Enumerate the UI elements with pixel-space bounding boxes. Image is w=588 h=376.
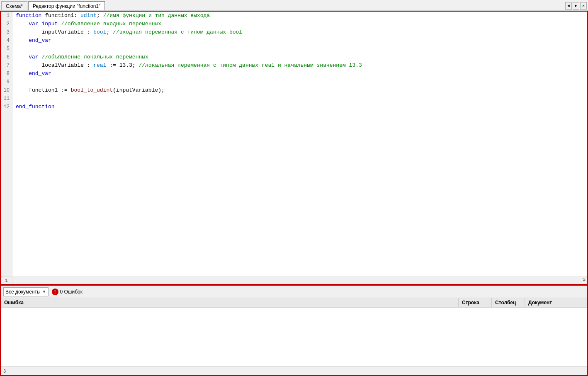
line-number: 10 <box>3 86 10 95</box>
line-number: 8 <box>3 70 10 78</box>
tab-close-btn[interactable]: ✕ <box>580 2 587 10</box>
line-number: 3 <box>3 28 10 36</box>
col-header-doc: Документ <box>525 298 587 307</box>
main-content: 123456789101112 function function1: udin… <box>0 11 588 285</box>
line-number: 5 <box>3 45 10 53</box>
errors-toolbar: Все документы ▼ ! 0 Ошибок <box>1 286 587 298</box>
line-number: 9 <box>3 78 10 86</box>
error-count-badge: ! 0 Ошибок <box>52 289 83 295</box>
code-line <box>16 95 584 103</box>
line-number: 11 <box>3 95 10 103</box>
dropdown-label: Все документы <box>5 289 41 295</box>
error-count-label: 0 Ошибок <box>60 289 83 295</box>
code-line: end_var <box>16 70 584 78</box>
line-number: 6 <box>3 53 10 61</box>
line-number: 7 <box>3 61 10 70</box>
line-number: 12 <box>3 103 10 111</box>
code-line <box>16 45 584 53</box>
code-line: inputVariable : bool; //входная переменн… <box>16 28 584 36</box>
col-line-label: Строка <box>462 300 479 306</box>
document-filter-dropdown[interactable]: Все документы ▼ <box>3 287 49 296</box>
error-table-body[interactable] <box>1 308 587 366</box>
editor-scrollbar-row: 1 2 <box>1 277 587 284</box>
editor-area[interactable]: 123456789101112 function function1: udin… <box>1 12 587 277</box>
code-line: end_function <box>16 103 584 111</box>
col-header-error: Ошибка <box>1 298 459 307</box>
code-line <box>16 78 584 86</box>
tab-schema[interactable]: Схема* <box>1 1 27 10</box>
status-bar-label: 3 <box>3 369 6 374</box>
col-error-label: Ошибка <box>4 300 24 306</box>
dropdown-arrow-icon: ▼ <box>42 289 46 294</box>
tab-nav-prev[interactable]: ◄ <box>565 2 572 10</box>
col-header-line: Строка <box>459 298 492 307</box>
code-line: function function1: udint; //имя функции… <box>16 12 584 20</box>
code-line: end_var <box>16 36 584 45</box>
code-line: var //объявление локальных переменных <box>16 53 584 61</box>
tab-nav-next[interactable]: ► <box>573 2 579 10</box>
col-doc-label: Документ <box>528 300 552 306</box>
code-container[interactable]: 123456789101112 function function1: udin… <box>1 12 587 277</box>
bottom-panel: Все документы ▼ ! 0 Ошибок Ошибка Строка… <box>0 285 588 376</box>
error-table-header: Ошибка Строка Столбец Документ <box>1 298 587 308</box>
tab-bar: Схема* Редактор функции "function1" ◄ ► … <box>0 0 588 11</box>
error-icon: ! <box>52 289 58 295</box>
code-line: localVariable : real := 13.3; //локальна… <box>16 61 584 70</box>
line-numbers: 123456789101112 <box>1 12 12 277</box>
scroll-gutter-left: 1 <box>1 277 12 284</box>
code-content[interactable]: function function1: udint; //имя функции… <box>12 12 587 277</box>
code-line: function1 := bool_to_udint(inputVariable… <box>16 86 584 95</box>
line-number: 4 <box>3 36 10 45</box>
tab-schema-label: Схема* <box>6 3 23 9</box>
error-table: Ошибка Строка Столбец Документ <box>1 298 587 366</box>
status-bar: 3 <box>1 366 587 375</box>
scroll-label-2: 2 <box>583 277 587 282</box>
col-col-label: Столбец <box>495 300 516 306</box>
col-header-col: Столбец <box>492 298 525 307</box>
line-number: 1 <box>3 12 10 20</box>
horizontal-scrollbar[interactable]: 2 <box>12 277 587 284</box>
line-number: 2 <box>3 20 10 28</box>
scroll-label-1: 1 <box>5 278 8 283</box>
tab-function-editor[interactable]: Редактор функции "function1" <box>28 1 105 10</box>
code-line: var_input //объявление входных переменны… <box>16 20 584 28</box>
tab-function-editor-label: Редактор функции "function1" <box>33 3 100 9</box>
tab-nav-right: ◄ ► ✕ <box>565 2 587 10</box>
